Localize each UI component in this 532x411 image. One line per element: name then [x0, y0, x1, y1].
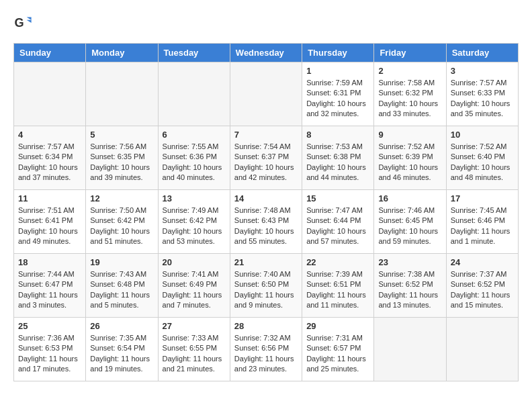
calendar-day-cell: 18Sunrise: 7:44 AMSunset: 6:47 PMDayligh…: [14, 254, 86, 318]
calendar-day-cell: 29Sunrise: 7:31 AMSunset: 6:57 PMDayligh…: [302, 318, 374, 381]
calendar-day-cell: [446, 318, 518, 381]
day-number: 11: [18, 193, 81, 203]
day-info: Sunrise: 7:50 AMSunset: 6:42 PMDaylight:…: [90, 205, 153, 247]
calendar-day-cell: 23Sunrise: 7:38 AMSunset: 6:52 PMDayligh…: [374, 254, 446, 318]
day-number: 7: [234, 130, 298, 140]
day-info: Sunrise: 7:35 AMSunset: 6:54 PMDaylight:…: [90, 333, 153, 375]
calendar-day-cell: 22Sunrise: 7:39 AMSunset: 6:51 PMDayligh…: [302, 254, 374, 318]
calendar-day-cell: 8Sunrise: 7:53 AMSunset: 6:38 PMDaylight…: [302, 126, 374, 190]
day-info: Sunrise: 7:52 AMSunset: 6:39 PMDaylight:…: [378, 142, 441, 183]
day-number: 4: [18, 130, 81, 140]
day-number: 26: [90, 321, 153, 331]
day-info: Sunrise: 7:52 AMSunset: 6:40 PMDaylight:…: [451, 142, 514, 183]
day-info: Sunrise: 7:43 AMSunset: 6:48 PMDaylight:…: [90, 269, 153, 311]
day-info: Sunrise: 7:59 AMSunset: 6:31 PMDaylight:…: [306, 78, 369, 120]
calendar-day-cell: 10Sunrise: 7:52 AMSunset: 6:40 PMDayligh…: [446, 126, 518, 190]
page-header: G: [13, 13, 519, 32]
calendar-day-cell: [158, 62, 230, 126]
day-info: Sunrise: 7:54 AMSunset: 6:37 PMDaylight:…: [234, 142, 298, 183]
svg-text:G: G: [14, 16, 24, 30]
calendar-day-cell: [86, 62, 158, 126]
calendar-week-row: 18Sunrise: 7:44 AMSunset: 6:47 PMDayligh…: [14, 254, 519, 318]
logo: G: [13, 13, 35, 32]
day-number: 1: [306, 66, 369, 76]
day-info: Sunrise: 7:40 AMSunset: 6:50 PMDaylight:…: [234, 269, 298, 311]
calendar-day-cell: 11Sunrise: 7:51 AMSunset: 6:41 PMDayligh…: [14, 190, 86, 254]
calendar-table: SundayMondayTuesdayWednesdayThursdayFrid…: [13, 43, 519, 381]
day-info: Sunrise: 7:56 AMSunset: 6:35 PMDaylight:…: [90, 142, 153, 183]
calendar-day-cell: 16Sunrise: 7:46 AMSunset: 6:45 PMDayligh…: [374, 190, 446, 254]
day-number: 14: [234, 193, 298, 203]
calendar-day-cell: 13Sunrise: 7:49 AMSunset: 6:42 PMDayligh…: [158, 190, 230, 254]
calendar-day-cell: 14Sunrise: 7:48 AMSunset: 6:43 PMDayligh…: [230, 190, 302, 254]
day-info: Sunrise: 7:38 AMSunset: 6:52 PMDaylight:…: [378, 269, 441, 311]
calendar-day-cell: 19Sunrise: 7:43 AMSunset: 6:48 PMDayligh…: [86, 254, 158, 318]
day-number: 2: [378, 66, 441, 76]
day-info: Sunrise: 7:57 AMSunset: 6:34 PMDaylight:…: [18, 142, 81, 183]
svg-marker-1: [27, 17, 32, 20]
calendar-day-cell: 17Sunrise: 7:45 AMSunset: 6:46 PMDayligh…: [446, 190, 518, 254]
calendar-day-cell: 26Sunrise: 7:35 AMSunset: 6:54 PMDayligh…: [86, 318, 158, 381]
calendar-week-row: 4Sunrise: 7:57 AMSunset: 6:34 PMDaylight…: [14, 126, 519, 190]
calendar-week-row: 11Sunrise: 7:51 AMSunset: 6:41 PMDayligh…: [14, 190, 519, 254]
day-number: 27: [163, 321, 226, 331]
weekday-header: Friday: [374, 44, 446, 62]
day-info: Sunrise: 7:39 AMSunset: 6:51 PMDaylight:…: [306, 269, 369, 311]
day-info: Sunrise: 7:49 AMSunset: 6:42 PMDaylight:…: [163, 205, 226, 247]
calendar-day-cell: 20Sunrise: 7:41 AMSunset: 6:49 PMDayligh…: [158, 254, 230, 318]
day-number: 6: [163, 130, 226, 140]
day-number: 13: [163, 193, 226, 203]
calendar-day-cell: 15Sunrise: 7:47 AMSunset: 6:44 PMDayligh…: [302, 190, 374, 254]
weekday-header: Tuesday: [158, 44, 230, 62]
day-number: 10: [451, 130, 514, 140]
calendar-day-cell: [230, 62, 302, 126]
weekday-header: Wednesday: [230, 44, 302, 62]
calendar-day-cell: 7Sunrise: 7:54 AMSunset: 6:37 PMDaylight…: [230, 126, 302, 190]
day-info: Sunrise: 7:46 AMSunset: 6:45 PMDaylight:…: [378, 205, 441, 247]
day-number: 29: [306, 321, 369, 331]
calendar-day-cell: 25Sunrise: 7:36 AMSunset: 6:53 PMDayligh…: [14, 318, 86, 381]
day-info: Sunrise: 7:37 AMSunset: 6:52 PMDaylight:…: [451, 269, 514, 311]
calendar-day-cell: 24Sunrise: 7:37 AMSunset: 6:52 PMDayligh…: [446, 254, 518, 318]
day-number: 12: [90, 193, 153, 203]
calendar-day-cell: 1Sunrise: 7:59 AMSunset: 6:31 PMDaylight…: [302, 62, 374, 126]
day-info: Sunrise: 7:58 AMSunset: 6:32 PMDaylight:…: [378, 78, 441, 120]
day-number: 3: [451, 66, 514, 76]
calendar-day-cell: 4Sunrise: 7:57 AMSunset: 6:34 PMDaylight…: [14, 126, 86, 190]
day-number: 15: [306, 193, 369, 203]
day-info: Sunrise: 7:47 AMSunset: 6:44 PMDaylight:…: [306, 205, 369, 247]
day-number: 20: [163, 257, 226, 267]
day-info: Sunrise: 7:55 AMSunset: 6:36 PMDaylight:…: [163, 142, 226, 183]
day-info: Sunrise: 7:53 AMSunset: 6:38 PMDaylight:…: [306, 142, 369, 183]
day-number: 16: [378, 193, 441, 203]
day-info: Sunrise: 7:32 AMSunset: 6:56 PMDaylight:…: [234, 333, 298, 375]
calendar-week-row: 25Sunrise: 7:36 AMSunset: 6:53 PMDayligh…: [14, 318, 519, 381]
day-number: 8: [306, 130, 369, 140]
day-number: 19: [90, 257, 153, 267]
day-info: Sunrise: 7:33 AMSunset: 6:55 PMDaylight:…: [163, 333, 226, 375]
calendar-day-cell: 27Sunrise: 7:33 AMSunset: 6:55 PMDayligh…: [158, 318, 230, 381]
calendar-week-row: 1Sunrise: 7:59 AMSunset: 6:31 PMDaylight…: [14, 62, 519, 126]
day-number: 18: [18, 257, 81, 267]
day-info: Sunrise: 7:45 AMSunset: 6:46 PMDaylight:…: [451, 205, 514, 247]
calendar-day-cell: 12Sunrise: 7:50 AMSunset: 6:42 PMDayligh…: [86, 190, 158, 254]
calendar-day-cell: [14, 62, 86, 126]
svg-marker-2: [27, 20, 32, 23]
calendar-day-cell: 28Sunrise: 7:32 AMSunset: 6:56 PMDayligh…: [230, 318, 302, 381]
logo-icon: G: [13, 13, 32, 32]
day-number: 21: [234, 257, 298, 267]
day-number: 24: [451, 257, 514, 267]
day-info: Sunrise: 7:57 AMSunset: 6:33 PMDaylight:…: [451, 78, 514, 120]
calendar-day-cell: 5Sunrise: 7:56 AMSunset: 6:35 PMDaylight…: [86, 126, 158, 190]
day-number: 25: [18, 321, 81, 331]
day-number: 9: [378, 130, 441, 140]
day-number: 23: [378, 257, 441, 267]
day-info: Sunrise: 7:36 AMSunset: 6:53 PMDaylight:…: [18, 333, 81, 375]
day-info: Sunrise: 7:51 AMSunset: 6:41 PMDaylight:…: [18, 205, 81, 247]
weekday-header: Monday: [86, 44, 158, 62]
calendar-day-cell: 6Sunrise: 7:55 AMSunset: 6:36 PMDaylight…: [158, 126, 230, 190]
day-number: 22: [306, 257, 369, 267]
day-number: 17: [451, 193, 514, 203]
calendar-day-cell: 2Sunrise: 7:58 AMSunset: 6:32 PMDaylight…: [374, 62, 446, 126]
calendar-day-cell: [374, 318, 446, 381]
